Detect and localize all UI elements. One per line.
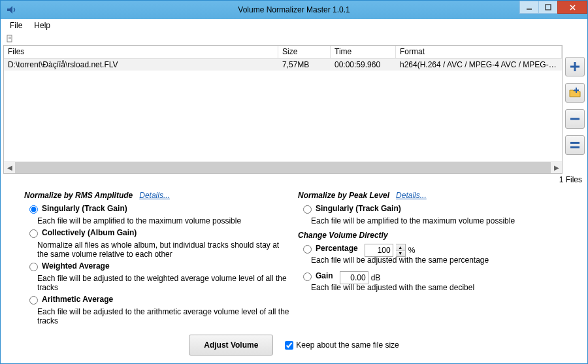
minimize-button[interactable] bbox=[519, 1, 539, 14]
rms-desc-arithmetic: Each file will be adjusted to the arithm… bbox=[37, 307, 290, 325]
svg-rect-11 bbox=[570, 118, 580, 120]
table-body: D:\torrent\Ðàçíîå\rsload.net.FLV 7,57MB … bbox=[4, 59, 562, 161]
clear-button[interactable] bbox=[565, 135, 585, 155]
hscroll-left[interactable]: ◀ bbox=[4, 162, 15, 173]
add-folder-button[interactable] bbox=[565, 83, 585, 103]
col-header-format[interactable]: Format bbox=[396, 46, 562, 58]
app-window: Volume Normalizer Master 1.0.1 File Help… bbox=[0, 0, 588, 364]
hscrollbar[interactable]: ◀ ▶ bbox=[4, 161, 562, 173]
rms-radio-singularly[interactable] bbox=[29, 205, 38, 214]
files-count: 1 Files bbox=[559, 175, 582, 184]
bottom-bar: Adjust Volume Keep about the same file s… bbox=[1, 328, 587, 363]
rms-desc-weighted: Each file will be adjusted to the weight… bbox=[37, 274, 290, 292]
keep-size-checkbox[interactable] bbox=[285, 341, 293, 350]
table-header: Files Size Time Format bbox=[4, 46, 562, 59]
peak-details-link[interactable]: Details... bbox=[396, 191, 427, 200]
col-header-size[interactable]: Size bbox=[278, 46, 331, 58]
direct-label-percentage: Percentage bbox=[316, 244, 358, 253]
rms-label-collectively: Collectively (Album Gain) bbox=[42, 228, 137, 237]
toolbar bbox=[1, 32, 587, 45]
col-header-time[interactable]: Time bbox=[331, 46, 396, 58]
remove-button[interactable] bbox=[565, 109, 585, 129]
titlebar: Volume Normalizer Master 1.0.1 bbox=[1, 1, 587, 19]
percentage-spinner[interactable]: ▲ ▼ bbox=[396, 244, 406, 257]
peak-label-singularly: Singularly (Track Gain) bbox=[316, 204, 401, 213]
rms-label-weighted: Weighted Average bbox=[42, 261, 110, 271]
hscroll-track[interactable] bbox=[15, 162, 551, 173]
direct-radio-percentage[interactable] bbox=[303, 245, 312, 254]
direct-label-gain: Gain bbox=[316, 271, 333, 280]
rms-section: Normalize by RMS Amplitude Details... Si… bbox=[24, 191, 290, 325]
menu-help[interactable]: Help bbox=[29, 20, 56, 31]
adjust-volume-button[interactable]: Adjust Volume bbox=[189, 335, 273, 356]
rms-details-link[interactable]: Details... bbox=[139, 191, 170, 200]
direct-desc-percentage: Each file will be adjusted with the same… bbox=[311, 256, 564, 265]
percentage-input[interactable] bbox=[365, 244, 393, 257]
cell-format: h264(H.264 / AVC / MPEG-4 AVC / MPEG-4 p… bbox=[396, 60, 562, 69]
hscroll-thumb[interactable] bbox=[15, 162, 551, 173]
percentage-unit: % bbox=[408, 246, 416, 255]
keep-size-label: Keep about the same file size bbox=[296, 340, 399, 350]
cell-size: 7,57MB bbox=[278, 60, 331, 69]
rms-desc-singularly: Each file will be amplified to the maxim… bbox=[37, 216, 290, 225]
app-icon bbox=[6, 5, 16, 15]
toolbar-doc-icon[interactable] bbox=[5, 33, 15, 44]
peak-radio-singularly[interactable] bbox=[303, 205, 312, 214]
hscroll-right[interactable]: ▶ bbox=[551, 162, 562, 173]
rms-radio-collectively[interactable] bbox=[29, 229, 38, 238]
keep-size-row[interactable]: Keep about the same file size bbox=[285, 340, 399, 350]
rms-radio-weighted[interactable] bbox=[29, 263, 38, 271]
close-button[interactable] bbox=[557, 1, 587, 14]
direct-desc-gain: Each file will be adjusted with the same… bbox=[311, 283, 564, 292]
direct-title: Change Volume Directly bbox=[298, 231, 564, 240]
cell-time: 00:00:59.960 bbox=[331, 60, 396, 69]
window-controls bbox=[520, 1, 587, 14]
svg-rect-1 bbox=[546, 5, 551, 10]
right-sections: Normalize by Peak Level Details... Singu… bbox=[298, 191, 564, 325]
rms-radio-arithmetic[interactable] bbox=[29, 296, 38, 305]
rms-title: Normalize by RMS Amplitude Details... bbox=[24, 191, 290, 200]
svg-rect-13 bbox=[570, 146, 580, 148]
table-row[interactable]: D:\torrent\Ðàçíîå\rsload.net.FLV 7,57MB … bbox=[4, 59, 562, 71]
menu-file[interactable]: File bbox=[5, 20, 27, 31]
rms-label-singularly: Singularly (Track Gain) bbox=[42, 204, 127, 213]
menubar: File Help bbox=[1, 19, 587, 32]
window-title: Volume Normalizer Master 1.0.1 bbox=[1, 5, 587, 14]
peak-desc-singularly: Each file will be amplified to the maxim… bbox=[311, 216, 564, 225]
col-header-files[interactable]: Files bbox=[4, 46, 278, 58]
file-table: Files Size Time Format D:\torrent\Ðàçíîå… bbox=[3, 45, 563, 174]
maximize-button[interactable] bbox=[538, 1, 558, 14]
add-file-button[interactable] bbox=[565, 57, 585, 76]
peak-title: Normalize by Peak Level Details... bbox=[298, 191, 564, 200]
content-area: Files Size Time Format D:\torrent\Ðàçíîå… bbox=[1, 45, 587, 174]
status-bar: 1 Files bbox=[1, 174, 587, 186]
svg-rect-12 bbox=[570, 142, 580, 144]
rms-desc-collectively: Normalize all files as whole album, but … bbox=[37, 240, 290, 259]
svg-rect-8 bbox=[570, 66, 580, 68]
spinner-up-icon[interactable]: ▲ bbox=[396, 244, 405, 251]
gain-input[interactable] bbox=[340, 271, 368, 284]
rms-label-arithmetic: Arithmetic Average bbox=[42, 295, 113, 304]
options-panel: Normalize by RMS Amplitude Details... Si… bbox=[1, 186, 587, 328]
direct-radio-gain[interactable] bbox=[303, 273, 312, 281]
cell-files: D:\torrent\Ðàçíîå\rsload.net.FLV bbox=[4, 60, 278, 69]
side-buttons bbox=[565, 45, 585, 174]
gain-unit: dB bbox=[371, 273, 381, 282]
svg-rect-10 bbox=[574, 90, 579, 91]
